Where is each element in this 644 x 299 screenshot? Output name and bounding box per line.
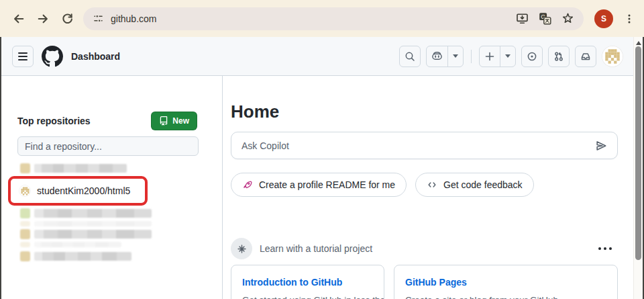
section-menu-button[interactable]	[598, 247, 612, 250]
bookmark-star-icon[interactable]	[561, 12, 574, 25]
home-feed: Home Create a profile README for me Get …	[223, 76, 643, 299]
omnibox-actions: G	[516, 12, 574, 25]
new-repository-button[interactable]: New	[151, 112, 197, 130]
sidebar-menu-button[interactable]	[12, 46, 34, 67]
find-repository-input[interactable]	[17, 136, 199, 156]
redacted-repo-avatar	[20, 208, 30, 218]
issue-opened-icon	[527, 51, 537, 62]
search-icon	[405, 51, 415, 62]
plus-icon[interactable]	[480, 46, 500, 67]
inbox-icon	[580, 51, 591, 62]
repo-link[interactable]: studentKim2000/html5	[37, 185, 130, 196]
tutorial-card[interactable]: GitHub Pages Create a site or blog from …	[394, 265, 618, 299]
new-button-label: New	[172, 116, 189, 126]
profile-initial: S	[601, 14, 606, 24]
highlighted-repo-row[interactable]: studentKim2000/html5	[8, 176, 148, 206]
forward-button[interactable]	[31, 7, 55, 31]
suggestion-label: Get code feedback	[443, 179, 523, 190]
inbox-button[interactable]	[575, 46, 596, 67]
paper-plane-icon	[595, 140, 607, 152]
identicon-avatar	[19, 185, 31, 197]
search-button[interactable]	[399, 46, 421, 67]
browser-toolbar: github.com G S	[0, 0, 644, 37]
refresh-button[interactable]	[55, 7, 79, 31]
back-icon	[12, 12, 25, 26]
page-scrollbar[interactable]	[633, 37, 643, 299]
git-pull-request-icon	[553, 51, 564, 62]
redacted-repo-name	[34, 230, 152, 239]
repo-owner-avatar	[19, 185, 31, 197]
browser-profile-avatar[interactable]: S	[594, 9, 613, 28]
github-logo[interactable]	[42, 46, 63, 67]
send-button[interactable]	[595, 140, 607, 152]
tutorial-cards: Introduction to GitHub Get started using…	[231, 265, 618, 299]
repo-icon	[159, 116, 168, 126]
address-bar[interactable]: github.com G	[83, 7, 584, 30]
create-new-dropdown[interactable]	[500, 46, 515, 67]
chevron-down-icon	[505, 54, 511, 58]
chevron-down-icon	[453, 54, 458, 58]
vertical-dots-icon	[624, 13, 635, 24]
redacted-repo-avatar	[20, 163, 30, 173]
create-new-button[interactable]	[479, 46, 516, 67]
dashboard-content: Top repositories New studentKim2000/html…	[1, 76, 643, 299]
pull-requests-button[interactable]	[548, 46, 570, 67]
card-title-link[interactable]: Introduction to GitHub	[242, 277, 373, 288]
create-readme-button[interactable]: Create a profile README for me	[231, 173, 407, 197]
card-description: Create a site or blog from your GitHub	[405, 294, 606, 299]
back-button[interactable]	[7, 7, 31, 31]
redacted-repo-name	[34, 252, 131, 261]
redacted-repo-row[interactable]	[20, 229, 222, 239]
browser-menu-button[interactable]	[623, 8, 636, 30]
redacted-repo-name	[34, 209, 152, 218]
ask-copilot-input[interactable]	[241, 140, 588, 151]
redacted-repo-avatar	[20, 229, 30, 239]
copilot-dropdown[interactable]	[447, 46, 463, 67]
top-repositories-title: Top repositories	[17, 116, 91, 126]
code-icon	[427, 179, 437, 190]
header-actions	[399, 46, 623, 67]
identicon-avatar	[602, 46, 623, 67]
redacted-repo-avatar	[20, 251, 30, 261]
github-mark-icon	[42, 46, 63, 67]
forward-icon	[36, 12, 50, 26]
copilot-button[interactable]	[426, 46, 464, 67]
page-context-title: Dashboard	[71, 51, 120, 62]
copilot-icon[interactable]	[427, 46, 447, 67]
tune-icon[interactable]	[93, 13, 104, 24]
url-text[interactable]: github.com	[111, 13, 516, 24]
spark-badge	[231, 238, 252, 259]
install-icon[interactable]	[516, 12, 529, 25]
spark-icon	[237, 244, 247, 254]
repositories-sidebar: Top repositories New studentKim2000/html…	[1, 76, 223, 299]
github-header: Dashboard	[1, 37, 643, 76]
redacted-repo-row[interactable]	[20, 208, 222, 218]
scrollbar-thumb[interactable]	[635, 46, 641, 260]
issues-button[interactable]	[521, 46, 543, 67]
github-page: Dashboard	[0, 37, 644, 299]
redaction-artifact	[20, 241, 222, 247]
suggestion-label: Create a profile README for me	[259, 179, 395, 190]
copilot-suggestions: Create a profile README for me Get code …	[231, 173, 618, 197]
card-description: Get started using GitHub in less than an	[242, 294, 373, 299]
code-feedback-button[interactable]: Get code feedback	[415, 173, 534, 197]
learn-section-label: Learn with a tutorial project	[260, 243, 372, 254]
redacted-repo-row[interactable]	[20, 251, 222, 261]
refresh-icon	[61, 12, 74, 25]
header-divider	[471, 50, 472, 63]
redacted-repo-row[interactable]	[20, 163, 222, 173]
scroll-up-arrow[interactable]	[636, 41, 641, 45]
rocket-icon	[242, 179, 253, 190]
ask-copilot-box[interactable]	[231, 132, 618, 159]
repository-list: studentKim2000/html5	[1, 163, 222, 261]
card-title-link[interactable]: GitHub Pages	[405, 277, 606, 288]
learn-section-header: Learn with a tutorial project	[231, 238, 618, 259]
tutorial-card[interactable]: Introduction to GitHub Get started using…	[231, 265, 384, 299]
redacted-repo-name	[34, 164, 127, 173]
translate-icon[interactable]: G	[539, 12, 551, 25]
redaction-artifact	[20, 220, 222, 226]
page-title: Home	[231, 101, 618, 122]
user-avatar[interactable]	[602, 46, 623, 67]
